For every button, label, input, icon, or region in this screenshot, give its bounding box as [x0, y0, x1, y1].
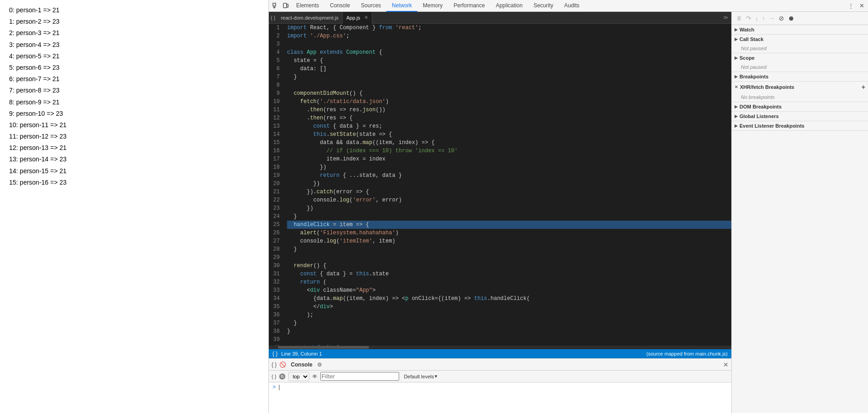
- devtools-panel: Elements Console Sources Network Memory …: [269, 0, 868, 413]
- xhr-breakpoints-add-button[interactable]: +: [862, 83, 865, 91]
- section-xhr-breakpoints-header[interactable]: ✕ XHR/fetch Breakpoints +: [732, 82, 868, 93]
- section-event-breakpoints-header[interactable]: ▶ Event Listener Breakpoints: [732, 121, 868, 130]
- section-call-stack: ▶ Call Stack Not paused: [732, 35, 868, 53]
- debugger-controls: ⏸ ↷ ↓ ↑ → ⊘ ⏺: [732, 12, 868, 25]
- code-line-21: }).catch(error => {: [287, 188, 731, 196]
- tab-network[interactable]: Network: [386, 0, 417, 12]
- console-levels-button[interactable]: Default levels ▾: [401, 372, 440, 380]
- section-watch-header[interactable]: ▶ Watch: [732, 25, 868, 34]
- section-breakpoints-arrow: ▶: [734, 74, 738, 79]
- console-levels-arrow: ▾: [435, 373, 437, 379]
- section-call-stack-header[interactable]: ▶ Call Stack: [732, 35, 868, 44]
- console-input-cursor: |: [277, 384, 281, 391]
- inspect-element-button[interactable]: [271, 2, 281, 10]
- tab-sources[interactable]: Sources: [355, 0, 386, 12]
- app-panel: 0: person-1 => 211: person-2 => 232: per…: [0, 0, 269, 413]
- close-devtools-button[interactable]: ✕: [858, 1, 866, 10]
- console-filter-input[interactable]: [320, 372, 399, 381]
- tab-performance[interactable]: Performance: [448, 0, 490, 12]
- expand-tabs-icon[interactable]: ≫: [720, 15, 731, 21]
- pause-on-exceptions-button[interactable]: ⏺: [786, 14, 796, 23]
- section-scope: ▶ Scope Not paused: [732, 53, 868, 72]
- step-button[interactable]: →: [767, 14, 776, 23]
- file-tab-react-dom-label: react-dom.development.js: [281, 15, 339, 21]
- tab-memory[interactable]: Memory: [417, 0, 448, 12]
- section-global-listeners-header[interactable]: ▶ Global Listeners: [732, 112, 868, 121]
- section-global-arrow: ▶: [734, 114, 738, 119]
- horizontal-scrollbar[interactable]: [269, 346, 731, 349]
- close-app-tab-button[interactable]: ✕: [364, 15, 368, 21]
- code-line-5: state = {: [287, 57, 731, 65]
- file-tab-react-dom[interactable]: react-dom.development.js: [277, 12, 343, 24]
- code-line-18: }): [287, 163, 731, 171]
- tab-audits[interactable]: Audits: [559, 0, 585, 12]
- tab-application[interactable]: Application: [490, 0, 528, 12]
- code-content: import React, { Component } from 'react'…: [283, 24, 731, 346]
- section-call-stack-label: Call Stack: [740, 36, 764, 42]
- section-scope-label: Scope: [740, 55, 755, 61]
- code-line-11: .then(res => res.json()): [287, 106, 731, 114]
- status-brace-icon[interactable]: { }: [272, 351, 277, 357]
- console-tab-label: Console: [289, 361, 314, 368]
- section-global-listeners: ▶ Global Listeners: [732, 112, 868, 121]
- code-editor[interactable]: 1234567891011121314151617181920212223242…: [269, 24, 731, 346]
- code-line-19: return { ...state, data }: [287, 171, 731, 180]
- console-preserve-log-button[interactable]: 🔘: [278, 372, 287, 381]
- console-content[interactable]: > |: [269, 382, 731, 413]
- file-tab-app-js[interactable]: App.js ✕: [343, 12, 372, 24]
- device-toggle-button[interactable]: [281, 2, 291, 10]
- console-chevron: >: [272, 384, 276, 391]
- section-xhr-breakpoints: ✕ XHR/fetch Breakpoints + No breakpoints: [732, 82, 868, 102]
- code-line-1: import React, { Component } from 'react'…: [287, 24, 731, 32]
- code-line-7: }: [287, 73, 731, 81]
- list-item: 3: person-4 => 23: [9, 39, 259, 51]
- tab-console[interactable]: Console: [324, 0, 355, 12]
- section-watch-label: Watch: [740, 27, 755, 32]
- section-event-arrow: ▶: [734, 124, 738, 128]
- code-line-33: <div className="App">: [287, 286, 731, 294]
- tab-elements[interactable]: Elements: [291, 0, 324, 12]
- section-dom-breakpoints-header[interactable]: ▶ DOM Breakpoints: [732, 102, 868, 111]
- svg-rect-3: [283, 3, 287, 8]
- section-breakpoints-header[interactable]: ▶ Breakpoints: [732, 72, 868, 81]
- code-line-6: data: []: [287, 65, 731, 73]
- deactivate-breakpoints-button[interactable]: ⊘: [777, 14, 786, 23]
- code-line-29: [287, 253, 731, 262]
- console-eye-button[interactable]: 👁: [311, 372, 318, 381]
- console-settings-icon[interactable]: ⚙: [316, 361, 323, 369]
- section-watch-arrow: ▶: [734, 27, 738, 32]
- file-tabs: { } react-dom.development.js App.js ✕ ≫: [269, 12, 731, 24]
- console-toolbar: { } 🚫 Console ⚙ ✕: [269, 359, 731, 371]
- step-over-button[interactable]: ↷: [745, 14, 753, 23]
- code-line-14: this.setState(state => {: [287, 130, 731, 139]
- section-global-label: Global Listeners: [740, 114, 779, 119]
- svg-rect-0: [273, 3, 276, 6]
- console-context-select[interactable]: top: [288, 372, 309, 381]
- console-clear-button[interactable]: 🚫: [278, 361, 287, 369]
- code-line-23: }): [287, 204, 731, 212]
- devtools-body: { } react-dom.development.js App.js ✕ ≫ …: [269, 12, 868, 413]
- section-dom-arrow: ▶: [734, 104, 738, 109]
- debugger-panel: ⏸ ↷ ↓ ↑ → ⊘ ⏺ ▶ Watch: [731, 12, 868, 413]
- more-options-button[interactable]: ⋮: [846, 1, 856, 10]
- line-numbers: 1234567891011121314151617181920212223242…: [269, 24, 283, 346]
- list-item: 10: person-11 => 21: [9, 119, 259, 131]
- code-line-26: alert('Filesystem,hahahahaha'): [287, 229, 731, 237]
- console-prompt[interactable]: > |: [272, 383, 728, 392]
- list-item: 8: person-9 => 21: [9, 97, 259, 108]
- step-out-button[interactable]: ↑: [760, 14, 766, 23]
- xhr-breakpoints-note: No breakpoints: [732, 93, 868, 102]
- pause-resume-button[interactable]: ⏸: [734, 14, 744, 23]
- tab-security[interactable]: Security: [528, 0, 559, 12]
- code-line-15: data && data.map((item, index) => {: [287, 139, 731, 147]
- console-toolbar-icon: { }: [272, 374, 276, 379]
- step-into-button[interactable]: ↓: [754, 14, 760, 23]
- app-list: 0: person-1 => 211: person-2 => 232: per…: [9, 5, 259, 188]
- code-line-30: render() {: [287, 262, 731, 270]
- section-scope-header[interactable]: ▶ Scope: [732, 53, 868, 62]
- code-line-37: }: [287, 319, 731, 327]
- code-line-9: componentDidMount() {: [287, 89, 731, 98]
- file-tabs-icon: { }: [269, 15, 277, 21]
- console-close-button[interactable]: ✕: [723, 361, 729, 368]
- list-item: 9: person-10 => 23: [9, 108, 259, 119]
